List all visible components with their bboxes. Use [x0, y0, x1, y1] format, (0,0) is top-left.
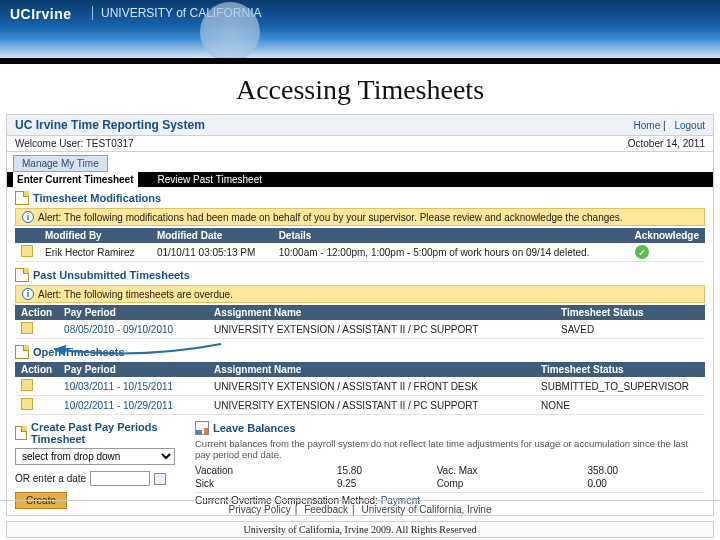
col-status: Timesheet Status [535, 362, 705, 377]
current-date: October 14, 2011 [628, 138, 705, 149]
col-action: Action [15, 305, 58, 320]
document-icon [15, 268, 29, 282]
subtab-review-past[interactable]: Review Past Timesheet [154, 172, 267, 187]
edit-row-icon[interactable] [21, 379, 33, 391]
uci-link[interactable]: University of California, Irvine [361, 504, 491, 515]
past-heading: Past Unsubmitted Timesheets [15, 268, 705, 282]
col-details: Details [273, 228, 629, 243]
col-status: Timesheet Status [555, 305, 705, 320]
col-action: Action [15, 362, 58, 377]
section-open-timesheets: Open Timesheets Action Pay Period Assign… [7, 341, 713, 417]
logout-link[interactable]: Logout [674, 120, 705, 131]
open-table: Action Pay Period Assignment Name Timesh… [15, 362, 705, 415]
info-icon: i [22, 288, 34, 300]
col-pay-period: Pay Period [58, 362, 208, 377]
chart-icon [195, 421, 209, 435]
pay-period-dropdown[interactable]: select from drop down [15, 448, 175, 465]
col-assignment: Assignment Name [208, 362, 535, 377]
table-row: Sick 9.25 Comp 0.00 [195, 477, 705, 490]
panel-leave-balances: Leave Balances Current balances from the… [195, 421, 705, 509]
app-links: Home | Logout [628, 120, 705, 131]
section-modifications: Timesheet Modifications i Alert: The fol… [7, 187, 713, 264]
balances-note: Current balances from the payroll system… [195, 438, 705, 460]
section-past-unsubmitted: Past Unsubmitted Timesheets i Alert: The… [7, 264, 713, 341]
welcome-text: Welcome User: TEST0317 [15, 138, 134, 149]
slide-copyright: University of California, Irvine 2009. A… [6, 521, 714, 538]
subtab-enter-current[interactable]: Enter Current Timesheet [13, 172, 138, 187]
table-row: 08/05/2010 - 09/10/2010 UNIVERSITY EXTEN… [15, 320, 705, 339]
open-heading: Open Timesheets [15, 345, 705, 359]
balances-table: Vacation 15.80 Vac. Max 358.00 Sick 9.25… [195, 464, 705, 490]
branding-banner: UCIrvine UNIVERSITY of CALIFORNIA [0, 0, 720, 64]
col-modified-date: Modified Date [151, 228, 273, 243]
col-pay-period: Pay Period [58, 305, 208, 320]
feedback-link[interactable]: Feedback [304, 504, 348, 515]
home-link[interactable]: Home [634, 120, 661, 131]
col-modified-by: Modified By [39, 228, 151, 243]
modifications-heading: Timesheet Modifications [15, 191, 705, 205]
wordmark: UCIrvine [10, 6, 72, 22]
secondary-tabs: Enter Current Timesheet Review Past Time… [7, 172, 713, 187]
table-row: Vacation 15.80 Vac. Max 358.00 [195, 464, 705, 477]
panel-create-past: Create Past Pay Periods Timesheet select… [15, 421, 185, 509]
col-assignment: Assignment Name [208, 305, 555, 320]
table-row: Erik Hector Ramirez 01/10/11 03:05:13 PM… [15, 243, 705, 262]
modifications-alert: i Alert: The following modifications had… [15, 208, 705, 226]
table-row: 10/02/2011 - 10/29/2011 UNIVERSITY EXTEN… [15, 396, 705, 415]
col-acknowledge: Acknowledge [629, 228, 705, 243]
uc-seal-icon [200, 2, 260, 62]
slide-title: Accessing Timesheets [0, 64, 720, 114]
primary-tabs: Manage My Time [7, 152, 713, 172]
app-footer-links: Privacy Policy| Feedback| University of … [0, 500, 720, 518]
document-icon [15, 345, 29, 359]
table-row: 10/03/2011 - 10/15/2011 UNIVERSITY EXTEN… [15, 377, 705, 396]
past-table: Action Pay Period Assignment Name Timesh… [15, 305, 705, 339]
calendar-icon[interactable] [154, 473, 166, 485]
tab-manage-my-time[interactable]: Manage My Time [13, 155, 108, 172]
edit-row-icon[interactable] [21, 398, 33, 410]
app-title: UC Irvine Time Reporting System [15, 118, 205, 132]
edit-row-icon[interactable] [21, 322, 33, 334]
date-input[interactable] [90, 471, 150, 486]
timesheet-app: UC Irvine Time Reporting System Home | L… [6, 114, 714, 516]
app-subheader: Welcome User: TEST0317 October 14, 2011 [7, 136, 713, 152]
row-icon[interactable] [21, 245, 33, 257]
document-icon [15, 191, 29, 205]
info-icon: i [22, 211, 34, 223]
or-enter-date-label: OR enter a date [15, 473, 86, 484]
privacy-link[interactable]: Privacy Policy [229, 504, 291, 515]
past-alert: i Alert: The following timesheets are ov… [15, 285, 705, 303]
document-icon [15, 426, 27, 440]
app-header: UC Irvine Time Reporting System Home | L… [7, 115, 713, 136]
modifications-table: Modified By Modified Date Details Acknow… [15, 228, 705, 262]
acknowledge-button[interactable]: ✓ [635, 245, 649, 259]
